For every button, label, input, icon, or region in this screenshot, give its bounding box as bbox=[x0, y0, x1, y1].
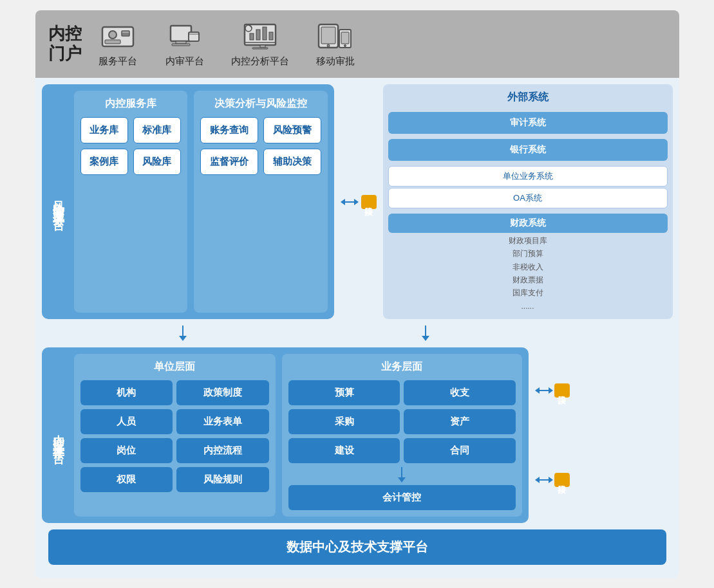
svg-rect-13 bbox=[260, 45, 265, 48]
portal-label: 内控门户 bbox=[46, 24, 84, 64]
ext-audit: 审计系统 bbox=[388, 112, 668, 134]
right-connector-bottom: 接口 接口 bbox=[535, 347, 570, 523]
interface-badge-bottom-1: 接口 bbox=[554, 383, 570, 398]
item-quanxian: 权限 bbox=[80, 467, 173, 492]
arrow-left bbox=[341, 199, 345, 205]
svg-rect-21 bbox=[321, 27, 335, 44]
svg-point-1 bbox=[109, 31, 117, 39]
svg-rect-2 bbox=[105, 40, 120, 44]
portal-section: 内控门户 服务平台 bbox=[35, 10, 679, 78]
item-nkliucheng: 内控流程 bbox=[176, 438, 269, 463]
v-line-acct bbox=[401, 467, 402, 477]
connector-bottom-part: 接口 bbox=[535, 473, 570, 487]
service-platform-icon bbox=[97, 21, 138, 51]
ext-finance-group: 财政系统 财政项目库部门预算非税收入财政票据国库支付...... bbox=[388, 214, 668, 313]
item-caigou: 采购 bbox=[288, 409, 400, 434]
service-library-title: 内控服务库 bbox=[80, 97, 181, 111]
connector-top-part: 接口 bbox=[535, 383, 570, 398]
double-arrow-h bbox=[341, 199, 359, 205]
audit-platform-icon bbox=[164, 21, 205, 51]
item-jiandupingjia: 监督评价 bbox=[200, 149, 258, 175]
item-jianshe: 建设 bbox=[288, 438, 400, 463]
main-container: 内控门户 服务平台 bbox=[35, 10, 679, 578]
between-platforms-arrows bbox=[42, 326, 673, 341]
svg-rect-7 bbox=[176, 41, 186, 44]
portal-icons: 服务平台 内审平台 bbox=[97, 21, 664, 68]
interface-badge-bottom-2: 接口 bbox=[554, 473, 570, 487]
svg-rect-15 bbox=[250, 33, 254, 40]
item-fengxianguize: 风险规则 bbox=[176, 467, 269, 492]
arrow-bi-top bbox=[341, 199, 359, 205]
arrow-line-h-3 bbox=[540, 479, 549, 481]
external-panel: 外部系统 审计系统 银行系统 单位业务系统 OA系统 财政系统 财政项目库部门预… bbox=[383, 84, 673, 319]
unit-layer-grid: 机构 政策制度 人员 业务表单 岗位 内控流程 权限 风险规则 bbox=[80, 380, 270, 492]
mobile-approval-icon bbox=[315, 21, 356, 51]
svg-point-22 bbox=[327, 44, 330, 47]
external-title: 外部系统 bbox=[388, 91, 668, 104]
svg-rect-24 bbox=[341, 32, 349, 44]
ext-unit-combo: 单位业务系统 OA系统 bbox=[388, 166, 668, 208]
item-hetong: 合同 bbox=[404, 438, 515, 463]
arrow-line-h bbox=[345, 201, 354, 203]
risk-platform: 风险管理服务平台 内控服务库 业务库 标准库 案例库 风险库 bbox=[42, 84, 334, 319]
portal-icon-audit: 内审平台 bbox=[164, 21, 205, 68]
v-line-1 bbox=[182, 326, 183, 336]
item-anliku: 案例库 bbox=[80, 149, 128, 175]
v-arrow-1 bbox=[179, 326, 187, 341]
service-platform-label: 服务平台 bbox=[99, 55, 137, 68]
v-head-1 bbox=[179, 336, 187, 341]
svg-rect-8 bbox=[172, 44, 190, 46]
item-renyuan: 人员 bbox=[80, 409, 173, 434]
business-layer: 业务层面 预算 收支 采购 资产 建设 合同 bbox=[282, 354, 521, 517]
v-arrow-acct bbox=[398, 467, 406, 482]
decision-grid: 账务查询 风险预警 监督评价 辅助决策 bbox=[200, 117, 321, 175]
arrow-left-3 bbox=[535, 477, 540, 483]
svg-rect-16 bbox=[256, 30, 260, 40]
item-yusuan: 预算 bbox=[288, 380, 400, 405]
interface-badge-top: 接口 bbox=[361, 195, 377, 209]
unit-layer-title: 单位层面 bbox=[80, 360, 270, 374]
svg-rect-14 bbox=[252, 48, 268, 49]
double-arrow-h-2 bbox=[535, 387, 553, 394]
mobile-approval-label: 移动审批 bbox=[316, 55, 355, 68]
arrow-right-2 bbox=[549, 387, 553, 394]
item-zichan: 资产 bbox=[404, 409, 515, 434]
risk-platform-label: 风险管理服务平台 bbox=[48, 91, 69, 313]
control-platform-label: 内控业务工作平台 bbox=[48, 354, 69, 517]
ext-unit-system: 单位业务系统 bbox=[388, 166, 668, 187]
service-library: 内控服务库 业务库 标准库 案例库 风险库 bbox=[74, 91, 187, 313]
arrow-left-2 bbox=[535, 387, 540, 394]
portal-icon-analysis: 内控分析平台 bbox=[231, 21, 289, 68]
item-zhangwu: 账务查询 bbox=[200, 117, 258, 143]
ext-bank: 银行系统 bbox=[388, 139, 668, 161]
item-jigou: 机构 bbox=[80, 380, 173, 405]
ext-oa: OA系统 bbox=[388, 188, 668, 208]
control-platform: 内控业务工作平台 单位层面 机构 政策制度 人员 业务表单 岗位 内控流程 权限 bbox=[42, 347, 529, 523]
item-yewuku: 业务库 bbox=[80, 117, 128, 143]
external-right-placeholder bbox=[576, 347, 673, 523]
right-connector-top: 接口 bbox=[341, 84, 377, 319]
down-arrow-right bbox=[308, 326, 544, 341]
acct-arrow bbox=[288, 467, 515, 482]
ext-finance-title: 财政系统 bbox=[388, 214, 668, 233]
item-fengxianku: 风险库 bbox=[133, 149, 181, 175]
v-head-acct bbox=[398, 477, 406, 482]
ext-finance-sub: 财政项目库部门预算非税收入财政票据国库支付...... bbox=[388, 234, 668, 313]
double-arrow-h-3 bbox=[535, 477, 553, 483]
svg-rect-18 bbox=[269, 32, 273, 40]
business-grid: 预算 收支 采购 资产 建设 合同 bbox=[288, 380, 515, 463]
v-line-2 bbox=[425, 326, 426, 336]
arrow-right-3 bbox=[549, 477, 553, 483]
v-head-2 bbox=[422, 336, 429, 341]
item-fengxianyujing: 风险预警 bbox=[263, 117, 321, 143]
item-fuzhujuece: 辅助决策 bbox=[263, 149, 321, 175]
item-shouzhi: 收支 bbox=[404, 380, 515, 405]
audit-platform-label: 内审平台 bbox=[165, 55, 204, 68]
arrow-line-h-2 bbox=[540, 390, 549, 391]
risk-inner: 内控服务库 业务库 标准库 案例库 风险库 决策分析与风险监控 账务查询 bbox=[74, 91, 328, 313]
decision-title: 决策分析与风险监控 bbox=[200, 97, 321, 111]
svg-rect-9 bbox=[189, 32, 199, 41]
svg-point-25 bbox=[344, 44, 346, 46]
business-layer-title: 业务层面 bbox=[288, 360, 515, 374]
v-arrow-2 bbox=[422, 326, 429, 341]
